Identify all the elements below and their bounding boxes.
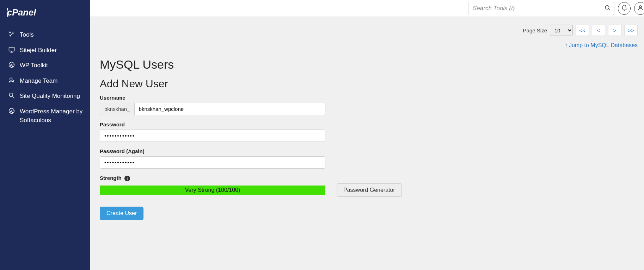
top-bar	[90, 0, 644, 17]
sidebar-item-label: Site Quality Monitoring	[20, 92, 83, 101]
sidebar-item-label: Sitejet Builder	[20, 46, 83, 55]
jump-to-databases-link[interactable]: ↑ Jump to MySQL Databases	[565, 42, 638, 49]
password-input[interactable]	[100, 130, 325, 142]
page-size-select[interactable]: 10	[550, 25, 573, 36]
username-input[interactable]	[134, 103, 325, 115]
sidebar: cPanel Tools Sitejet Builder WP Toolkit	[0, 0, 90, 270]
svg-point-1	[9, 32, 10, 33]
strength-label: Strength i	[100, 175, 417, 181]
page-subtitle: Add New User	[100, 78, 634, 90]
sidebar-item-site-quality[interactable]: Site Quality Monitoring	[0, 88, 90, 104]
sidebar-item-tools[interactable]: Tools	[0, 27, 90, 43]
team-icon	[7, 76, 16, 84]
username-label: Username	[100, 95, 417, 101]
bell-icon	[621, 5, 627, 12]
info-icon[interactable]: i	[124, 176, 130, 181]
arrow-up-icon: ↑	[565, 42, 568, 49]
search-icon[interactable]	[605, 5, 611, 12]
brand-logo[interactable]: cPanel	[0, 4, 90, 27]
svg-point-4	[10, 78, 12, 80]
wordpress-icon	[7, 61, 16, 69]
svg-point-7	[605, 5, 609, 9]
svg-rect-2	[9, 47, 14, 51]
sidebar-item-manage-team[interactable]: Manage Team	[0, 73, 90, 89]
svg-point-5	[9, 93, 13, 96]
pager-last-button[interactable]: >>	[624, 25, 638, 36]
monitor-icon	[7, 46, 16, 54]
strength-meter: Very Strong (100/100)	[100, 186, 325, 195]
page-title: MySQL Users	[100, 58, 634, 71]
pager-first-button[interactable]: <<	[576, 25, 589, 36]
jump-link-text: Jump to MySQL Databases	[569, 42, 638, 49]
svg-text:cPanel: cPanel	[7, 7, 36, 17]
sidebar-item-label: WP Toolkit	[20, 61, 83, 70]
user-menu-button[interactable]	[634, 2, 644, 15]
svg-point-8	[639, 6, 642, 8]
password-generator-button[interactable]: Password Generator	[337, 183, 402, 197]
sidebar-item-label: Tools	[20, 30, 83, 39]
page-size-label: Page Size	[523, 27, 547, 33]
create-user-button[interactable]: Create User	[100, 207, 143, 220]
pager-prev-button[interactable]: <	[592, 25, 605, 36]
user-icon	[637, 5, 644, 12]
sidebar-item-sitejet[interactable]: Sitejet Builder	[0, 43, 90, 58]
tools-icon	[7, 30, 16, 38]
sidebar-item-wp-manager[interactable]: WordPress Manager by Softaculous	[0, 104, 90, 128]
sidebar-item-label: WordPress Manager by Softaculous	[20, 107, 83, 125]
username-prefix: bknskhan_	[100, 103, 134, 115]
password-again-input[interactable]	[100, 156, 325, 169]
password-again-label: Password (Again)	[100, 148, 417, 154]
pager-next-button[interactable]: >	[608, 25, 621, 36]
password-label: Password	[100, 121, 417, 127]
pager: Page Size 10 << < > >>	[100, 17, 638, 38]
search-input[interactable]	[468, 2, 614, 15]
wordpress-icon	[7, 107, 16, 115]
sidebar-item-wptoolkit[interactable]: WP Toolkit	[0, 58, 90, 73]
magnifier-icon	[7, 92, 16, 99]
notifications-button[interactable]	[618, 2, 631, 15]
sidebar-item-label: Manage Team	[20, 76, 83, 86]
